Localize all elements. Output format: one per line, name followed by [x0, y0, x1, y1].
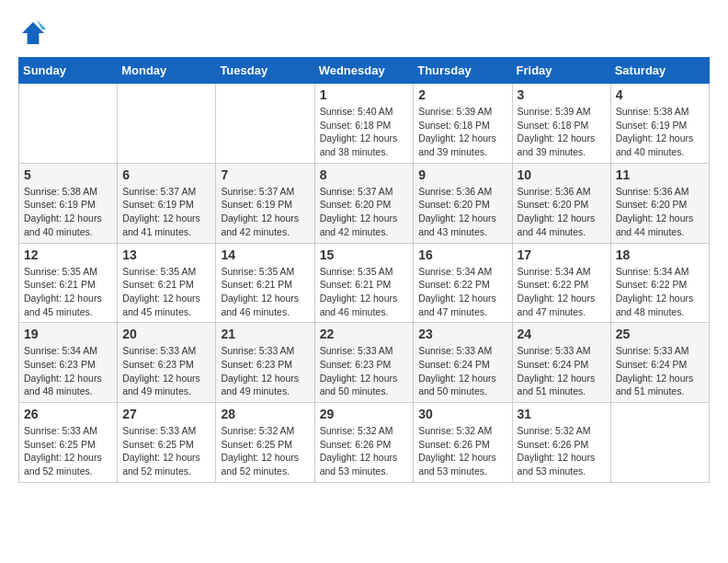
calendar-cell: 20Sunrise: 5:33 AM Sunset: 6:23 PM Dayli…: [118, 323, 216, 403]
day-info: Sunrise: 5:38 AM Sunset: 6:19 PM Dayligh…: [24, 185, 112, 239]
day-info: Sunrise: 5:40 AM Sunset: 6:18 PM Dayligh…: [320, 105, 409, 159]
day-info: Sunrise: 5:37 AM Sunset: 6:19 PM Dayligh…: [221, 185, 309, 239]
calendar-week-1: 1Sunrise: 5:40 AM Sunset: 6:18 PM Daylig…: [19, 84, 710, 164]
day-number: 29: [320, 407, 409, 421]
day-info: Sunrise: 5:33 AM Sunset: 6:23 PM Dayligh…: [221, 344, 309, 398]
calendar-header-thursday: Thursday: [414, 58, 512, 84]
day-info: Sunrise: 5:37 AM Sunset: 6:20 PM Dayligh…: [320, 185, 409, 239]
calendar-week-3: 12Sunrise: 5:35 AM Sunset: 6:21 PM Dayli…: [19, 243, 710, 323]
day-info: Sunrise: 5:35 AM Sunset: 6:21 PM Dayligh…: [221, 265, 309, 319]
calendar-cell: 15Sunrise: 5:35 AM Sunset: 6:21 PM Dayli…: [314, 243, 414, 323]
day-info: Sunrise: 5:34 AM Sunset: 6:22 PM Dayligh…: [518, 265, 606, 319]
calendar-header-saturday: Saturday: [610, 58, 709, 84]
day-info: Sunrise: 5:37 AM Sunset: 6:19 PM Dayligh…: [122, 185, 210, 239]
calendar-cell: [118, 84, 216, 164]
calendar-cell: 2Sunrise: 5:39 AM Sunset: 6:18 PM Daylig…: [414, 84, 512, 164]
calendar-cell: 26Sunrise: 5:33 AM Sunset: 6:25 PM Dayli…: [19, 403, 118, 483]
logo: [18, 18, 53, 48]
calendar-cell: 22Sunrise: 5:33 AM Sunset: 6:23 PM Dayli…: [314, 323, 414, 403]
calendar-cell: 31Sunrise: 5:32 AM Sunset: 6:26 PM Dayli…: [512, 403, 610, 483]
day-info: Sunrise: 5:33 AM Sunset: 6:23 PM Dayligh…: [320, 344, 409, 398]
calendar-cell: 25Sunrise: 5:33 AM Sunset: 6:24 PM Dayli…: [610, 323, 709, 403]
page-header: [18, 18, 710, 48]
day-number: 9: [418, 167, 506, 182]
day-number: 3: [518, 87, 606, 102]
day-number: 21: [221, 327, 309, 341]
day-info: Sunrise: 5:34 AM Sunset: 6:22 PM Dayligh…: [418, 265, 506, 319]
day-info: Sunrise: 5:33 AM Sunset: 6:25 PM Dayligh…: [24, 424, 112, 478]
day-info: Sunrise: 5:36 AM Sunset: 6:20 PM Dayligh…: [616, 185, 704, 239]
day-info: Sunrise: 5:33 AM Sunset: 6:25 PM Dayligh…: [122, 424, 210, 478]
calendar-cell: 28Sunrise: 5:32 AM Sunset: 6:25 PM Dayli…: [216, 403, 314, 483]
calendar-cell: 16Sunrise: 5:34 AM Sunset: 6:22 PM Dayli…: [414, 243, 512, 323]
day-info: Sunrise: 5:35 AM Sunset: 6:21 PM Dayligh…: [122, 265, 210, 319]
day-number: 16: [418, 247, 506, 262]
day-number: 13: [122, 247, 210, 262]
day-number: 17: [518, 247, 606, 262]
calendar-cell: 12Sunrise: 5:35 AM Sunset: 6:21 PM Dayli…: [19, 243, 118, 323]
calendar-cell: 29Sunrise: 5:32 AM Sunset: 6:26 PM Dayli…: [314, 403, 414, 483]
day-number: 27: [122, 407, 210, 421]
calendar-cell: 18Sunrise: 5:34 AM Sunset: 6:22 PM Dayli…: [610, 243, 709, 323]
day-info: Sunrise: 5:34 AM Sunset: 6:23 PM Dayligh…: [24, 344, 112, 398]
calendar-cell: 5Sunrise: 5:38 AM Sunset: 6:19 PM Daylig…: [19, 163, 118, 243]
day-info: Sunrise: 5:32 AM Sunset: 6:25 PM Dayligh…: [221, 424, 309, 478]
day-number: 30: [418, 407, 506, 421]
calendar-cell: 21Sunrise: 5:33 AM Sunset: 6:23 PM Dayli…: [216, 323, 314, 403]
day-number: 10: [518, 167, 606, 182]
calendar-header-sunday: Sunday: [19, 58, 118, 84]
day-number: 28: [221, 407, 309, 421]
day-number: 14: [221, 247, 309, 262]
day-number: 18: [616, 247, 704, 262]
day-info: Sunrise: 5:34 AM Sunset: 6:22 PM Dayligh…: [616, 265, 704, 319]
day-info: Sunrise: 5:33 AM Sunset: 6:23 PM Dayligh…: [122, 344, 210, 398]
logo-icon: [18, 18, 48, 48]
calendar-cell: 17Sunrise: 5:34 AM Sunset: 6:22 PM Dayli…: [512, 243, 610, 323]
calendar-cell: 4Sunrise: 5:38 AM Sunset: 6:19 PM Daylig…: [610, 84, 709, 164]
calendar-cell: 11Sunrise: 5:36 AM Sunset: 6:20 PM Dayli…: [610, 163, 709, 243]
day-info: Sunrise: 5:38 AM Sunset: 6:19 PM Dayligh…: [616, 105, 704, 159]
day-number: 11: [616, 167, 704, 182]
calendar-cell: 3Sunrise: 5:39 AM Sunset: 6:18 PM Daylig…: [512, 84, 610, 164]
day-info: Sunrise: 5:39 AM Sunset: 6:18 PM Dayligh…: [418, 105, 506, 159]
calendar-cell: 19Sunrise: 5:34 AM Sunset: 6:23 PM Dayli…: [19, 323, 118, 403]
calendar-header-tuesday: Tuesday: [216, 58, 314, 84]
day-number: 19: [24, 327, 112, 341]
calendar-header-wednesday: Wednesday: [314, 58, 414, 84]
calendar-header-friday: Friday: [512, 58, 610, 84]
day-number: 23: [418, 327, 506, 341]
day-number: 6: [122, 167, 210, 182]
calendar-week-4: 19Sunrise: 5:34 AM Sunset: 6:23 PM Dayli…: [19, 323, 710, 403]
day-number: 12: [24, 247, 112, 262]
calendar-cell: 30Sunrise: 5:32 AM Sunset: 6:26 PM Dayli…: [414, 403, 512, 483]
day-number: 8: [320, 167, 409, 182]
day-number: 2: [418, 87, 506, 102]
day-info: Sunrise: 5:32 AM Sunset: 6:26 PM Dayligh…: [320, 424, 409, 478]
day-info: Sunrise: 5:36 AM Sunset: 6:20 PM Dayligh…: [418, 185, 506, 239]
day-info: Sunrise: 5:33 AM Sunset: 6:24 PM Dayligh…: [518, 344, 606, 398]
day-number: 22: [320, 327, 409, 341]
calendar-cell: [19, 84, 118, 164]
day-number: 4: [616, 87, 704, 102]
calendar-week-5: 26Sunrise: 5:33 AM Sunset: 6:25 PM Dayli…: [19, 403, 710, 483]
day-info: Sunrise: 5:32 AM Sunset: 6:26 PM Dayligh…: [518, 424, 606, 478]
calendar-header-row: SundayMondayTuesdayWednesdayThursdayFrid…: [19, 58, 710, 84]
calendar-cell: [216, 84, 314, 164]
calendar-cell: 6Sunrise: 5:37 AM Sunset: 6:19 PM Daylig…: [118, 163, 216, 243]
day-number: 26: [24, 407, 112, 421]
calendar-header-monday: Monday: [118, 58, 216, 84]
day-info: Sunrise: 5:36 AM Sunset: 6:20 PM Dayligh…: [518, 185, 606, 239]
day-info: Sunrise: 5:32 AM Sunset: 6:26 PM Dayligh…: [418, 424, 506, 478]
calendar-cell: 10Sunrise: 5:36 AM Sunset: 6:20 PM Dayli…: [512, 163, 610, 243]
day-info: Sunrise: 5:35 AM Sunset: 6:21 PM Dayligh…: [320, 265, 409, 319]
calendar-cell: 23Sunrise: 5:33 AM Sunset: 6:24 PM Dayli…: [414, 323, 512, 403]
day-number: 25: [616, 327, 704, 341]
day-info: Sunrise: 5:33 AM Sunset: 6:24 PM Dayligh…: [616, 344, 704, 398]
calendar-cell: 27Sunrise: 5:33 AM Sunset: 6:25 PM Dayli…: [118, 403, 216, 483]
calendar-cell: 13Sunrise: 5:35 AM Sunset: 6:21 PM Dayli…: [118, 243, 216, 323]
calendar-cell: 24Sunrise: 5:33 AM Sunset: 6:24 PM Dayli…: [512, 323, 610, 403]
day-number: 20: [122, 327, 210, 341]
day-number: 15: [320, 247, 409, 262]
calendar-week-2: 5Sunrise: 5:38 AM Sunset: 6:19 PM Daylig…: [19, 163, 710, 243]
day-info: Sunrise: 5:35 AM Sunset: 6:21 PM Dayligh…: [24, 265, 112, 319]
